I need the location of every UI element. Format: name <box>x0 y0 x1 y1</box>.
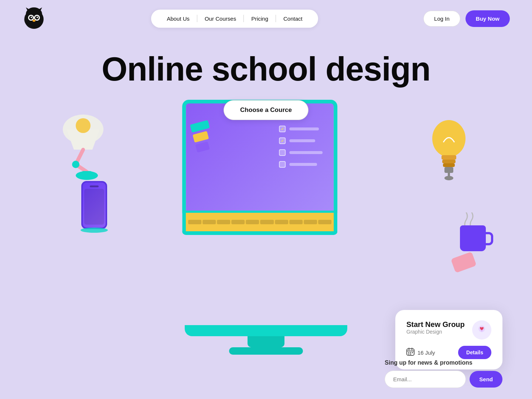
send-button[interactable]: Send <box>470 371 502 388</box>
buy-button[interactable]: Buy Now <box>466 10 510 27</box>
steam-lines <box>458 212 480 232</box>
svg-point-7 <box>37 17 38 18</box>
smartphone <box>81 181 107 229</box>
card-date: 16 July <box>406 348 435 358</box>
svg-rect-34 <box>443 163 455 167</box>
card-footer: 16 July Details <box>406 346 491 359</box>
svg-point-22 <box>285 150 288 153</box>
logo-area <box>22 7 46 30</box>
svg-point-18 <box>76 118 91 133</box>
hero-title: Online school design <box>0 52 532 87</box>
svg-rect-44 <box>408 352 409 353</box>
svg-point-6 <box>31 17 32 18</box>
svg-point-24 <box>307 128 310 131</box>
laptop-keyboard <box>182 213 337 235</box>
svg-rect-45 <box>410 352 411 353</box>
svg-line-28 <box>287 129 296 135</box>
eraser <box>451 252 477 273</box>
mug-handle <box>486 232 493 245</box>
phone-notch <box>90 185 99 187</box>
svg-rect-47 <box>408 354 409 355</box>
svg-marker-12 <box>66 129 100 150</box>
phone-stand <box>81 228 108 233</box>
nav-about[interactable]: About Us <box>162 14 194 23</box>
svg-rect-48 <box>410 354 411 355</box>
svg-marker-29 <box>295 132 299 137</box>
svg-line-14 <box>76 164 87 172</box>
email-input[interactable] <box>385 371 466 388</box>
signup-label: Sing up for news & promotions <box>385 359 502 366</box>
svg-point-16 <box>76 171 98 180</box>
heart-pin-icon <box>472 320 491 340</box>
card-header: Start New Group Graphic Design <box>406 320 491 342</box>
svg-rect-46 <box>412 352 413 353</box>
svg-point-30 <box>284 126 290 132</box>
svg-rect-17 <box>81 171 92 176</box>
svg-rect-33 <box>442 160 456 163</box>
owl-logo-icon <box>22 7 46 30</box>
svg-line-13 <box>76 150 83 164</box>
svg-point-15 <box>72 161 79 168</box>
coffee-mug <box>460 225 486 251</box>
card-title: Start New Group <box>406 320 465 329</box>
lightbulb <box>427 115 471 183</box>
laptop-stand <box>248 336 284 347</box>
header-actions: Log In Buy Now <box>423 10 510 27</box>
login-button[interactable]: Log In <box>423 11 460 27</box>
svg-rect-35 <box>444 167 453 173</box>
choose-course-button[interactable]: Choose a Cource <box>224 100 308 120</box>
svg-point-37 <box>444 176 453 180</box>
card-date-text: 16 July <box>417 349 435 356</box>
details-button[interactable]: Details <box>458 346 491 359</box>
signup-section: Sing up for news & promotions Send <box>385 359 502 388</box>
nav-contact[interactable]: Contact <box>279 14 307 23</box>
svg-point-23 <box>263 128 266 131</box>
laptop-foot <box>229 347 303 355</box>
laptop-base <box>185 325 347 336</box>
hero-section: Online school design Choose a Cource <box>0 37 532 120</box>
nav-divider-2 <box>243 15 244 22</box>
card-subject: Graphic Design <box>406 329 465 335</box>
phone-screen <box>84 189 104 225</box>
nav-courses[interactable]: Our Courses <box>200 14 241 23</box>
calendar-icon <box>406 348 415 358</box>
svg-rect-32 <box>441 155 456 160</box>
nav-divider-1 <box>197 15 197 22</box>
svg-point-8 <box>33 20 35 22</box>
svg-point-31 <box>432 120 466 157</box>
nav-divider-3 <box>276 15 276 22</box>
main-nav: About Us Our Courses Pricing Contact <box>151 10 318 28</box>
nav-pricing[interactable]: Pricing <box>247 14 273 23</box>
signup-form: Send <box>385 371 502 388</box>
